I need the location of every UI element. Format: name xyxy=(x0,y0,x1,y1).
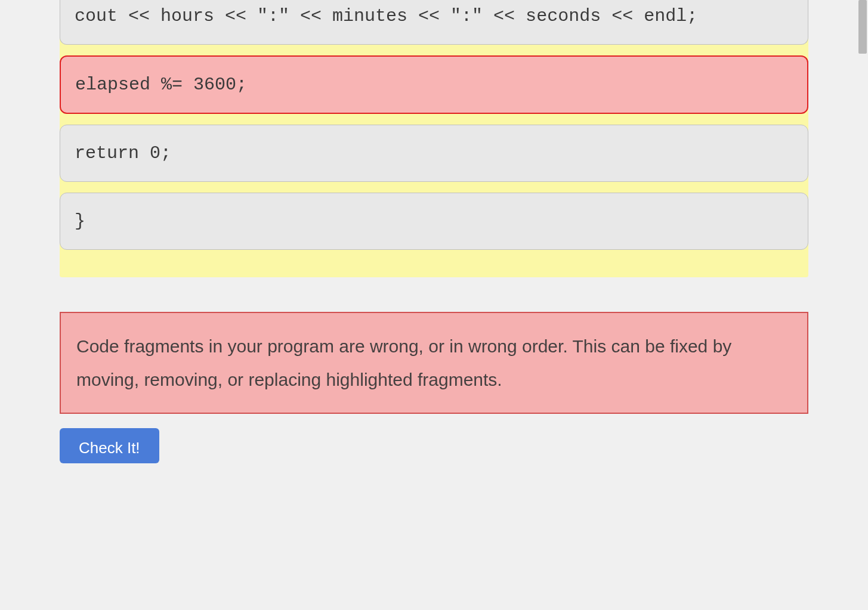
check-button-label: Check It! xyxy=(79,439,140,457)
code-text: return 0; xyxy=(75,143,171,163)
scrollbar-thumb[interactable] xyxy=(858,0,867,54)
main-container: cout << hours << ":" << minutes << ":" <… xyxy=(0,0,868,463)
feedback-message: Code fragments in your program are wrong… xyxy=(60,312,808,414)
feedback-text: Code fragments in your program are wrong… xyxy=(76,336,731,389)
code-fragment[interactable]: } xyxy=(60,193,808,250)
code-text: } xyxy=(75,211,85,231)
code-text: cout << hours << ":" << minutes << ":" <… xyxy=(75,6,697,26)
scrollbar-track[interactable] xyxy=(857,0,868,610)
code-fragment[interactable]: return 0; xyxy=(60,125,808,182)
code-fragment[interactable]: cout << hours << ":" << minutes << ":" <… xyxy=(60,0,808,45)
code-text: elapsed %= 3600; xyxy=(75,75,247,95)
code-drop-area[interactable]: cout << hours << ":" << minutes << ":" <… xyxy=(60,0,808,277)
check-button[interactable]: Check It! xyxy=(60,428,159,463)
code-fragment-error[interactable]: elapsed %= 3600; xyxy=(60,55,808,114)
